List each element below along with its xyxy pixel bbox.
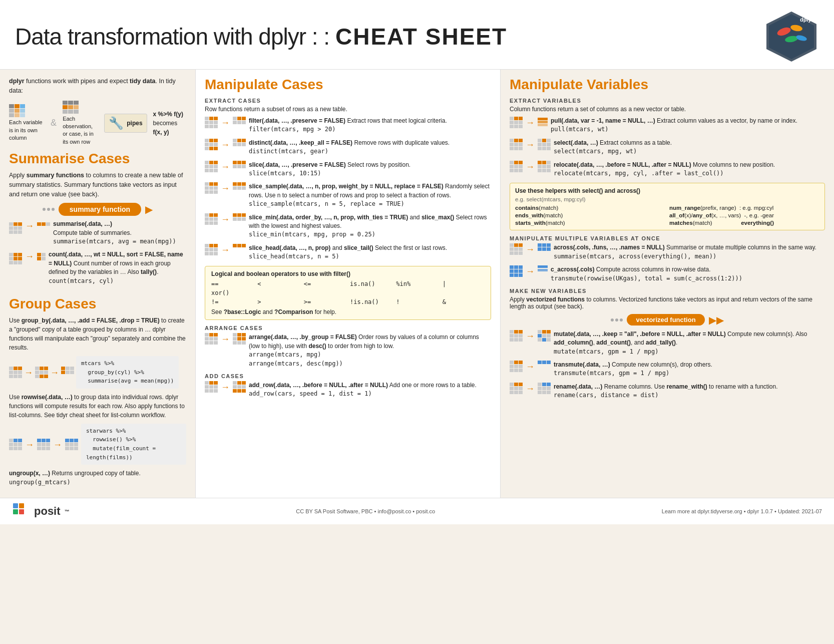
group-title: Group Cases	[9, 296, 186, 312]
helpers-title: Use these helpers with select() and acro…	[515, 187, 819, 194]
func-mutate: → mutate(.data, …, .keep = "all", .befor…	[510, 330, 825, 356]
func-relocate: → relocate(.data, …, .before = NULL, .af…	[510, 161, 825, 178]
slice-min-text: slice_min(.data, order_by, …, n, prop, w…	[249, 213, 491, 239]
tidy-illustration: Each variable is in its own column & Eac…	[9, 101, 186, 146]
add-row-text: add_row(.data, …, .before = NULL, .after…	[249, 381, 477, 399]
func-slice-head: → slice_head(.data, …, n, prop) and slic…	[205, 244, 491, 261]
manipulate-vars-title: Manipulate Variables	[510, 77, 825, 93]
tidy-grid-1: Each variable is in its own column	[9, 104, 45, 142]
func-across: → across(.cols, .funs, …, .names = NULL)…	[510, 243, 825, 261]
footer-info: Learn more at dplyr.tidyverse.org • dply…	[662, 508, 822, 514]
transmute-text: transmute(.data, …) Compute new column(s…	[554, 361, 712, 378]
operators-box: Logical and boolean operators to use wit…	[205, 266, 491, 320]
count-grid-icon	[9, 250, 22, 264]
func-slice-sample: → slice_sample(.data, …, n, prop, weight…	[205, 182, 491, 208]
extract-vars-title: EXTRACT VARIABLES	[510, 98, 825, 104]
c-across-text: c_across(.cols) Compute across columns i…	[551, 265, 742, 283]
banner-arrow-icon: ▶	[145, 203, 153, 215]
page-footer: posit ™ CC BY SA Posit Software, PBC • i…	[0, 498, 834, 524]
count-grid-result	[37, 250, 46, 260]
func-count: → count(.data, …, wt = NULL, sort = FALS…	[9, 250, 186, 285]
intro-text: dplyr functions work with pipes and expe…	[9, 77, 186, 96]
group-flow: → → mtcars %>% group_by(cyl) %>% summari…	[9, 356, 186, 389]
summarise-intro: Apply summary functions to columns to cr…	[9, 171, 186, 199]
count-text: count(.data, …, wt = NULL, sort = FALSE,…	[49, 250, 186, 285]
svg-rect-10	[19, 509, 24, 514]
vec-pill-label: vectorized function	[627, 314, 704, 326]
summarise-title: Summarise Cases	[9, 151, 186, 167]
dplyr-logo-icon: dplyr	[764, 9, 819, 64]
posit-text: posit	[34, 505, 61, 518]
extract-intro: Row functions return a subset of rows as…	[205, 106, 491, 113]
helpers-grid: contains(match)num_range(prefix, range) …	[515, 205, 819, 226]
summarise-text: summarise(.data, …) Compute table of sum…	[53, 220, 176, 246]
func-distinct: → distinct(.data, …, .keep_all = FALSE) …	[205, 139, 491, 156]
rowwise-flow: → → starwars %>% rowwise() %>% mutate(fi…	[9, 424, 186, 465]
tidy-grid-2: Each observation, or case, is in its own…	[63, 101, 98, 146]
rename-text: rename(.data, …) Rename columns. Use ren…	[554, 383, 778, 400]
arrow-icon: →	[25, 221, 34, 231]
left-column: dplyr functions work with pipes and expe…	[0, 70, 195, 498]
slice-sample-text: slice_sample(.data, …, n, prop, weight_b…	[249, 182, 491, 208]
vec-banner: vectorized function ▶▶	[510, 314, 825, 326]
operators-title: Logical and boolean operators to use wit…	[211, 270, 485, 277]
pipe-box: 🔧 pipes	[104, 114, 147, 133]
multi-vars-title: MANIPULATE MULTIPLE VARIABLES AT ONCE	[510, 235, 825, 241]
func-transmute: → transmute(.data, …) Compute new column…	[510, 361, 825, 378]
footer-license: CC BY SA Posit Software, PBC • info@posi…	[296, 508, 435, 514]
group-intro: Use group_by(.data, …, .add = FALSE, .dr…	[9, 316, 186, 352]
func-summarise: → summarise(.data, …) Compute table of s…	[9, 220, 186, 246]
func-c-across: → c_across(.cols) Compute across columns…	[510, 265, 825, 283]
helpers-box: Use these helpers with select() and acro…	[510, 183, 825, 230]
extract-cases-title: EXTRACT CASES	[205, 98, 491, 104]
operators-row2: !=>>=!is.na()!&	[211, 298, 485, 305]
svg-rect-9	[13, 509, 18, 514]
across-text: across(.cols, .funs, …, .names = NULL) S…	[554, 243, 816, 261]
helpers-example: e.g. select(mtcars, mpg:cyl)	[515, 196, 819, 202]
manipulate-cases-title: Manipulate Cases	[205, 77, 491, 93]
summary-banner: summary function ▶	[9, 203, 186, 216]
slice-head-text: slice_head(.data, …, n, prop) and slice_…	[249, 244, 447, 261]
func-slice: → slice(.data, …, .preserve = FALSE) Sel…	[205, 161, 491, 178]
pipe-example: x %>% f(y)becomes f(x, y)	[153, 110, 186, 137]
summarise-grid-result	[37, 220, 50, 234]
arrange-text: arrange(.data, …, .by_group = FALSE) Ord…	[249, 333, 491, 368]
slice-text: slice(.data, …, .preserve = FALSE) Selec…	[249, 161, 410, 178]
summary-banner-label: summary function	[59, 203, 141, 216]
page-title: Data transformation with dplyr : : CHEAT…	[15, 24, 507, 50]
new-vars-intro: Apply vectorized functions to columns. V…	[510, 296, 825, 310]
func-rename: → rename(.data, …) Rename columns. Use r…	[510, 383, 825, 400]
page-header: Data transformation with dplyr : : CHEAT…	[0, 0, 834, 70]
mutate-text: mutate(.data, …, .keep = "all", .before …	[554, 330, 825, 356]
posit-logo-icon	[12, 502, 30, 520]
rowwise-text: Use rowwise(.data, …) to group data into…	[9, 393, 186, 420]
svg-rect-8	[19, 503, 24, 508]
func-pull: → pull(.data, var = -1, name = NULL, …) …	[510, 117, 825, 134]
center-column: Manipulate Cases EXTRACT CASES Row funct…	[195, 70, 501, 498]
arrow-icon-2: →	[25, 251, 34, 262]
summarise-grid-icon	[9, 220, 22, 234]
func-add-row: → add_row(.data, …, .before = NULL, .aft…	[205, 381, 491, 399]
filter-text: filter(.data, …, .preserve = FALSE) Extr…	[249, 117, 447, 134]
arrange-title: ARRANGE CASES	[205, 325, 491, 331]
func-arrange: → arrange(.data, …, .by_group = FALSE) O…	[205, 333, 491, 368]
main-content: dplyr functions work with pipes and expe…	[0, 70, 834, 498]
add-title: ADD CASES	[205, 373, 491, 379]
select-text: select(.data, …) Extract columns as a ta…	[554, 139, 672, 156]
new-vars-title: MAKE NEW VARIABLES	[510, 288, 825, 294]
right-column: Manipulate Variables EXTRACT VARIABLES C…	[501, 70, 834, 498]
func-select: → select(.data, …) Extract columns as a …	[510, 139, 825, 156]
distinct-text: distinct(.data, …, .keep_all = FALSE) Re…	[249, 139, 450, 156]
relocate-text: relocate(.data, …, .before = NULL, .afte…	[554, 161, 775, 178]
ungroup-text: ungroup(x, …) Returns ungrouped copy of …	[9, 469, 186, 487]
extract-vars-intro: Column functions return a set of columns…	[510, 106, 825, 113]
pull-text: pull(.data, var = -1, name = NULL, …) Ex…	[551, 117, 797, 134]
posit-logo: posit ™	[12, 502, 70, 520]
operators-row1: ==<<=is.na()%in%|	[211, 280, 485, 287]
func-filter: → filter(.data, …, .preserve = FALSE) Ex…	[205, 117, 491, 134]
vec-arrow-icon: ▶▶	[709, 314, 724, 326]
svg-text:dplyr: dplyr	[800, 17, 814, 23]
svg-rect-7	[13, 503, 18, 508]
operators-note: See ?base::Logic and ?Comparison for hel…	[211, 308, 485, 315]
func-slice-min: → slice_min(.data, order_by, …, n, prop,…	[205, 213, 491, 239]
